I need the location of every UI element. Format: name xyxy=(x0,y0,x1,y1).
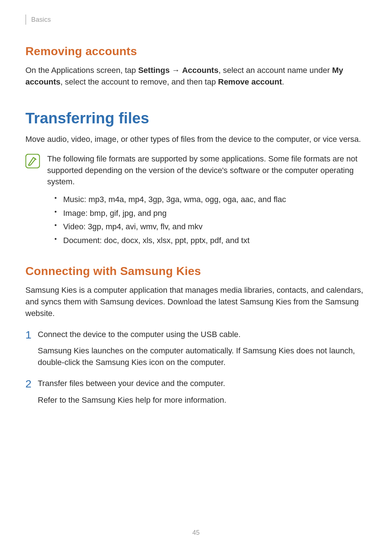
accounts-label: Accounts xyxy=(182,66,219,75)
page-header: Basics xyxy=(25,15,367,25)
kies-intro: Samsung Kies is a computer application t… xyxy=(25,284,367,319)
document-page: Basics Removing accounts On the Applicat… xyxy=(0,0,392,406)
step-number: 1 xyxy=(25,329,38,341)
format-item: Video: 3gp, mp4, avi, wmv, flv, and mkv xyxy=(54,220,367,233)
transferring-files-heading: Transferring files xyxy=(25,110,367,127)
section-label: Basics xyxy=(31,16,51,24)
note-block: The following file formats are supported… xyxy=(25,153,367,247)
remove-account-label: Remove account xyxy=(218,77,282,86)
step-1: 1 Connect the device to the computer usi… xyxy=(25,329,367,369)
svg-line-1 xyxy=(34,158,36,160)
step-sub: Refer to the Samsung Kies help for more … xyxy=(38,394,367,406)
text-segment: . xyxy=(282,77,284,86)
text-segment: , select the account to remove, and then… xyxy=(61,77,218,86)
removing-accounts-paragraph: On the Applications screen, tap Settings… xyxy=(25,65,367,88)
transferring-intro: Move audio, video, image, or other types… xyxy=(25,134,367,145)
settings-label: Settings xyxy=(138,66,170,75)
format-item: Music: mp3, m4a, mp4, 3gp, 3ga, wma, ogg… xyxy=(54,193,367,206)
removing-accounts-heading: Removing accounts xyxy=(25,45,367,58)
step-main: Connect the device to the computer using… xyxy=(38,329,367,340)
step-sub: Samsung Kies launches on the computer au… xyxy=(38,345,367,368)
step-main: Transfer files between your device and t… xyxy=(38,378,367,389)
note-text: The following file formats are supported… xyxy=(47,153,367,188)
arrow-separator: → xyxy=(170,66,182,75)
note-icon xyxy=(25,154,40,168)
format-item: Document: doc, docx, xls, xlsx, ppt, ppt… xyxy=(54,234,367,247)
svg-rect-0 xyxy=(26,154,40,168)
formats-list: Music: mp3, m4a, mp4, 3gp, 3ga, wma, ogg… xyxy=(54,193,367,247)
text-segment: On the Applications screen, tap xyxy=(25,66,138,75)
header-divider xyxy=(25,15,26,25)
step-body: Transfer files between your device and t… xyxy=(38,378,367,406)
format-item: Image: bmp, gif, jpg, and png xyxy=(54,206,367,220)
kies-heading: Connecting with Samsung Kies xyxy=(25,264,367,278)
step-2: 2 Transfer files between your device and… xyxy=(25,378,367,406)
note-content: The following file formats are supported… xyxy=(47,153,367,247)
page-number: 45 xyxy=(0,529,392,537)
step-number: 2 xyxy=(25,378,38,390)
text-segment: , select an account name under xyxy=(219,66,332,75)
step-body: Connect the device to the computer using… xyxy=(38,329,367,369)
